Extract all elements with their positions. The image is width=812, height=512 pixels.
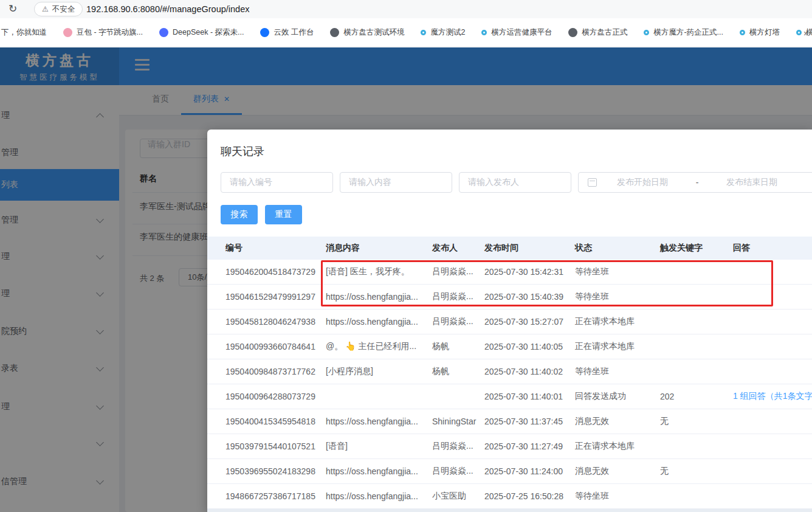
table-cell: 1950462004518473729 [221,267,321,277]
security-badge[interactable]: ⚠ 不安全 [34,2,83,16]
security-badge-label: 不安全 [52,4,75,15]
bookmark-label: 横方盘古测试环境 [343,27,404,38]
table-cell: 等待坐班 [570,366,655,377]
table-row[interactable]: 19504009642880737292025-07-30 11:40:01回答… [207,384,812,409]
swirl-favicon-icon [740,30,745,35]
table-cell: 1950397915440107521 [221,441,321,451]
swirl-favicon-icon [644,30,649,35]
table-cell: 2025-07-30 11:40:02 [480,367,570,376]
table-row[interactable]: 1950461529479991297https://oss.hengfangj… [207,285,812,310]
bookmark-item[interactable]: 豆包 - 字节跳动旗... [63,27,143,38]
table-cell: 吕明焱焱... [427,266,480,277]
table-cell: 1950458128046247938 [221,317,321,327]
table-cell: 2025-07-30 11:37:45 [480,417,570,426]
bookmarks-overflow-chevron[interactable]: » [803,18,808,47]
bookmark-item[interactable]: 横方灯塔 [740,27,780,38]
table-cell: 2025-07-30 11:24:00 [480,466,570,476]
date-range-picker[interactable]: 发布开始日期 - 发布结束日期 [578,172,812,193]
bookmark-item[interactable]: DeepSeek - 探索未... [159,27,244,38]
column-header: 回答 [728,243,812,254]
table-cell: 2025-07-30 15:40:39 [480,292,570,302]
table-cell: https://oss.hengfangjia... [321,317,427,327]
table-cell: 正在请求本地库 [570,341,655,352]
table-cell: 2025-07-30 15:27:07 [480,317,570,327]
content-input[interactable]: 请输入内容 [340,172,452,193]
table-cell: https://oss.hengfangjia... [321,491,427,501]
warning-icon: ⚠ [42,5,49,13]
bookmark-label: DeepSeek - 探索未... [173,27,244,38]
screenshot-root: ↻ ⚠ 不安全 192.168.90.6:8080/#/manageGroup/… [0,0,812,512]
table-header: 编号消息内容发布人发布时间状态触发关键字回答 [207,237,812,260]
table-cell: 消息无效 [570,416,655,427]
url-text[interactable]: 192.168.90.6:8080/#/manageGroup/index [86,0,249,18]
pangu-favicon-icon [568,28,577,37]
table-cell: 吕明焱焱... [427,316,480,327]
table-row[interactable]: 1950396955024183298https://oss.hengfangj… [207,459,812,484]
bookmark-label: 横方魔方-药企正式... [653,27,723,38]
bookmark-item[interactable]: 横方盘古正式 [568,27,627,38]
date-start-placeholder[interactable]: 发布开始日期 [597,177,688,188]
bookmark-label: 下，你就知道 [1,27,47,38]
search-button[interactable]: 搜索 [221,205,258,224]
table-cell: 吕明焱焱... [427,291,480,302]
chat-records-modal: 聊天记录 请输入编号 请输入内容 请输入发布人 发布开始日期 - 发布结束日期 … [207,130,812,512]
column-header: 消息内容 [321,243,427,254]
table-cell: 2025-07-30 11:40:01 [480,392,570,401]
bookmark-item[interactable]: 横方盘古测试环境 [330,27,404,38]
table-cell: 2025-07-25 16:50:28 [480,491,570,501]
table-row[interactable]: 1950458128046247938https://oss.hengfangj… [207,310,812,334]
table-row[interactable]: 1950400984873717762[小程序消息]杨帆2025-07-30 1… [207,359,812,384]
table-cell: ShiningStar [427,417,480,426]
bookmark-label: 魔方测试2 [430,27,465,38]
table-cell: 杨帆 [427,341,480,352]
bookmark-item[interactable]: 云效 工作台 [260,27,314,38]
bookmark-item[interactable]: 魔方测试2 [421,27,465,38]
next-row-clipped [207,509,812,512]
swirl-favicon-icon [421,30,426,35]
bookmark-item[interactable]: 下，你就知道 [1,27,47,38]
table-row[interactable]: 1950400993660784641@。 👆 主任已经利用...杨帆2025-… [207,334,812,359]
table-row[interactable]: 1950400415345954818https://oss.hengfangj… [207,409,812,434]
message-id-input[interactable]: 请输入编号 [221,172,333,193]
table-body: 1950462004518473729[语音] 医生，我牙疼。吕明焱焱...20… [207,260,812,509]
reload-icon[interactable]: ↻ [9,2,17,15]
table-cell: https://oss.hengfangjia... [321,466,427,476]
publisher-input[interactable]: 请输入发布人 [459,172,571,193]
table-cell: 吕明焱焱... [427,466,480,477]
table-cell: 回答发送成功 [570,391,655,402]
table-cell: @。 👆 主任已经利用... [321,341,427,352]
avatar-favicon-icon [63,28,72,37]
table-row[interactable]: 1950397915440107521[语音]吕明焱焱...2025-07-30… [207,434,812,459]
date-range-separator: - [688,178,706,187]
bookmark-item[interactable]: 横方运营健康平台 [481,27,552,38]
table-cell: https://oss.hengfangjia... [321,292,427,302]
table-cell: 杨帆 [427,366,480,377]
table-cell: 1950400984873717762 [221,367,321,376]
table-cell: 1950400964288073729 [221,392,321,401]
date-end-placeholder[interactable]: 发布结束日期 [706,177,797,188]
bookmark-label: 横方盘古正式 [582,27,627,38]
cloud-favicon-icon [260,28,269,37]
table-cell: 等待坐班 [570,291,655,302]
table-cell: 正在请求本地库 [570,316,655,327]
bookmark-label: 豆包 - 字节跳动旗... [77,27,143,38]
bookmark-label: 横方运营健康平台 [491,27,552,38]
bookmark-item[interactable]: 横方魔方-药企正式... [644,27,723,38]
table-cell: 2025-07-30 11:27:49 [480,441,570,451]
answer-link[interactable]: 1 组回答（共1条文字、 [728,391,812,402]
table-cell: 等待坐班 [570,491,655,502]
modal-title: 聊天记录 [221,144,264,159]
table-cell: 正在请求本地库 [570,441,655,452]
reset-button[interactable]: 重置 [265,205,302,224]
table-cell: [小程序消息] [321,366,427,377]
table-cell: 吕明焱焱... [427,441,480,452]
swirl-favicon-icon [481,30,487,35]
column-header: 状态 [570,243,655,254]
table-cell: 2025-07-30 11:40:05 [480,342,570,351]
column-header: 发布时间 [480,243,570,254]
table-row[interactable]: 1950462004518473729[语音] 医生，我牙疼。吕明焱焱...20… [207,260,812,285]
pangu-favicon-icon [330,28,339,37]
table-row[interactable]: 1948667257386717185https://oss.hengfangj… [207,484,812,509]
table-cell: 无 [655,416,728,427]
table-cell: 1950400415345954818 [221,417,321,426]
